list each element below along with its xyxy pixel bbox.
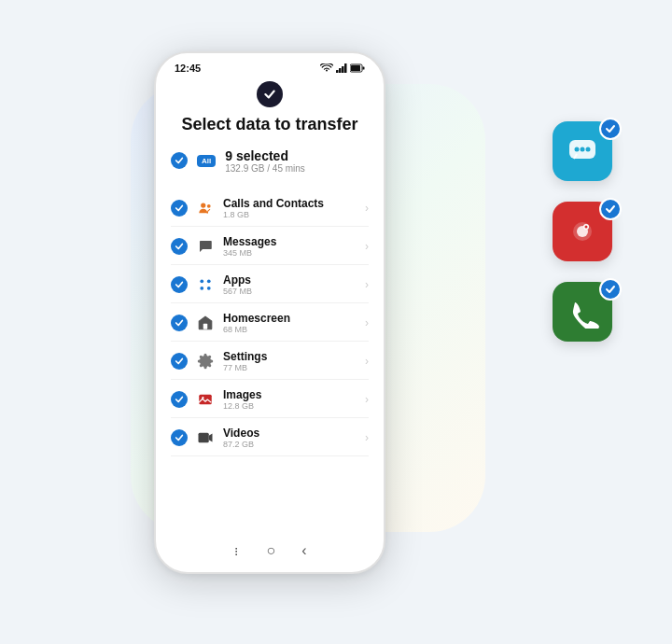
time-display: 12:45 bbox=[175, 63, 201, 74]
apps-icon bbox=[195, 274, 216, 295]
item-check[interactable] bbox=[171, 315, 188, 331]
item-text: Messages 345 MB bbox=[223, 235, 357, 258]
chevron-icon: › bbox=[365, 316, 369, 329]
svg-point-12 bbox=[207, 286, 211, 289]
chevron-icon: › bbox=[365, 202, 369, 215]
item-text: Homescreen 68 MB bbox=[223, 312, 357, 334]
item-check[interactable] bbox=[171, 429, 188, 446]
svg-point-24 bbox=[585, 226, 588, 229]
list-item[interactable]: Videos 87.2 GB › bbox=[171, 420, 369, 456]
list-item[interactable]: Calls and Contacts 1.8 GB › bbox=[171, 190, 369, 227]
signal-icon bbox=[336, 63, 347, 73]
transfer-icon-wrapper bbox=[171, 81, 369, 107]
selected-header: All 9 selected 132.9 GB / 45 mins bbox=[171, 148, 369, 181]
camera-app-wrap bbox=[553, 202, 618, 267]
item-size: 567 MB bbox=[223, 287, 357, 296]
item-size: 12.8 GB bbox=[223, 401, 357, 411]
status-icons bbox=[320, 63, 365, 73]
svg-rect-3 bbox=[344, 63, 347, 73]
data-list: Calls and Contacts 1.8 GB › bbox=[171, 190, 369, 456]
item-name: Calls and Contacts bbox=[223, 197, 357, 210]
images-icon bbox=[195, 389, 216, 410]
battery-icon bbox=[350, 63, 365, 73]
svg-rect-13 bbox=[203, 323, 208, 329]
list-item[interactable]: Images 12.8 GB › bbox=[171, 382, 369, 418]
item-size: 77 MB bbox=[223, 363, 357, 372]
svg-rect-14 bbox=[199, 394, 212, 404]
list-item[interactable]: Apps 567 MB › bbox=[171, 267, 369, 303]
nav-menu-icon[interactable]: ⫶ bbox=[233, 544, 241, 558]
item-size: 345 MB bbox=[223, 248, 357, 258]
svg-rect-2 bbox=[342, 66, 344, 73]
list-item[interactable]: Homescreen 68 MB › bbox=[171, 305, 369, 342]
chevron-icon: › bbox=[365, 240, 369, 253]
item-name: Settings bbox=[223, 350, 357, 363]
phone-app-check bbox=[599, 278, 622, 301]
item-text: Videos 87.2 GB bbox=[223, 427, 357, 449]
item-name: Apps bbox=[223, 273, 357, 287]
all-check[interactable] bbox=[171, 152, 188, 169]
item-check[interactable] bbox=[171, 353, 188, 370]
selected-count: 9 selected bbox=[225, 148, 305, 163]
phone-content: Select data to transfer All 9 selected 1… bbox=[156, 77, 384, 533]
item-name: Messages bbox=[223, 235, 357, 248]
item-name: Videos bbox=[223, 427, 357, 440]
transfer-check-icon bbox=[257, 81, 283, 107]
svg-point-9 bbox=[200, 279, 203, 283]
page-title: Select data to transfer bbox=[171, 115, 369, 135]
camera-app-check bbox=[599, 198, 622, 220]
chevron-icon: › bbox=[365, 431, 369, 444]
item-text: Apps 567 MB bbox=[223, 273, 357, 296]
svg-point-18 bbox=[575, 147, 580, 152]
item-check[interactable] bbox=[171, 391, 188, 408]
item-name: Images bbox=[223, 388, 357, 401]
svg-point-19 bbox=[581, 147, 585, 152]
list-item[interactable]: Settings 77 MB › bbox=[171, 343, 369, 380]
phone-nav: ⫶ ○ ‹ bbox=[156, 533, 384, 572]
chat-app-check bbox=[599, 118, 622, 140]
contacts-icon bbox=[195, 198, 216, 218]
selected-info: 9 selected 132.9 GB / 45 mins bbox=[225, 148, 305, 174]
messages-icon bbox=[195, 236, 216, 257]
item-name: Homescreen bbox=[223, 312, 357, 325]
svg-point-8 bbox=[207, 203, 211, 207]
list-item[interactable]: Messages 345 MB › bbox=[171, 229, 369, 265]
chevron-icon: › bbox=[365, 355, 369, 368]
item-check[interactable] bbox=[171, 276, 188, 293]
chevron-icon: › bbox=[365, 393, 369, 406]
svg-rect-16 bbox=[199, 432, 209, 442]
svg-rect-6 bbox=[351, 65, 360, 71]
chevron-icon: › bbox=[365, 278, 369, 291]
svg-point-7 bbox=[201, 203, 205, 207]
wifi-icon bbox=[320, 63, 333, 73]
item-text: Settings 77 MB bbox=[223, 350, 357, 372]
app-icons-panel bbox=[553, 121, 618, 347]
item-text: Calls and Contacts 1.8 GB bbox=[223, 197, 357, 219]
scene: 12:45 bbox=[0, 0, 672, 644]
all-badge: All bbox=[197, 155, 216, 167]
phone-frame: 12:45 bbox=[154, 51, 385, 574]
item-size: 87.2 GB bbox=[223, 440, 357, 449]
phone-app-wrap bbox=[553, 282, 618, 347]
chat-app-wrap bbox=[553, 121, 618, 187]
nav-back-icon[interactable]: ‹ bbox=[301, 542, 306, 559]
item-check[interactable] bbox=[171, 200, 188, 217]
svg-point-20 bbox=[586, 147, 591, 152]
svg-rect-1 bbox=[339, 68, 342, 73]
item-check[interactable] bbox=[171, 238, 188, 255]
svg-rect-0 bbox=[336, 70, 339, 73]
item-size: 68 MB bbox=[223, 325, 357, 334]
settings-icon bbox=[195, 351, 216, 371]
svg-rect-5 bbox=[363, 67, 365, 70]
nav-home-icon[interactable]: ○ bbox=[267, 542, 276, 559]
videos-icon bbox=[195, 427, 216, 448]
selected-size: 132.9 GB / 45 mins bbox=[225, 163, 305, 174]
svg-point-10 bbox=[207, 279, 211, 283]
home-icon bbox=[195, 313, 216, 333]
status-bar: 12:45 bbox=[156, 53, 384, 77]
item-size: 1.8 GB bbox=[223, 210, 357, 219]
svg-point-11 bbox=[200, 286, 203, 289]
item-text: Images 12.8 GB bbox=[223, 388, 357, 411]
